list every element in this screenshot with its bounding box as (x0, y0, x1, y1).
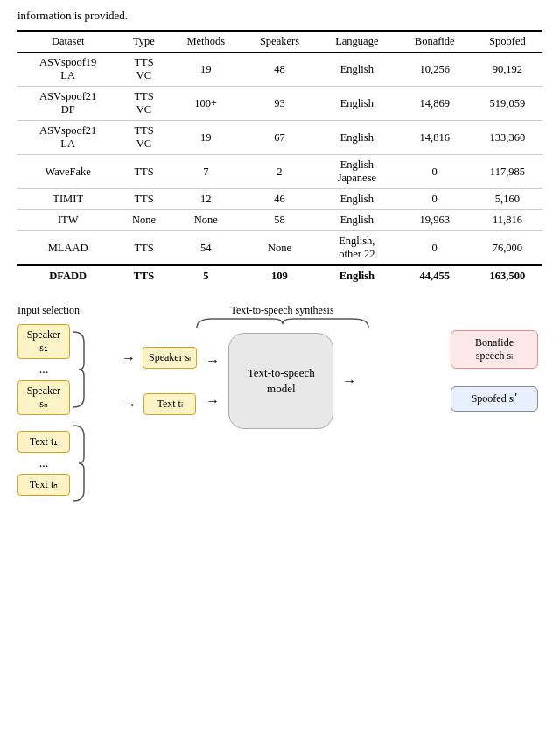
cell-spoofed: 76,000 (472, 231, 542, 266)
table-row: WaveFakeTTS72English Japanese0117,985 (18, 155, 542, 189)
table-footer-row: DFADDTTS5109English44,455163,500 (18, 265, 542, 286)
cell-dataset: ASVspoof21 DF (18, 87, 118, 121)
cell-dataset: ITW (18, 210, 118, 231)
col-header-dataset: Dataset (18, 31, 118, 53)
cell-language: English (317, 210, 396, 231)
cell-speakers: None (242, 231, 317, 266)
col-header-spoofed: Spoofed (472, 31, 542, 53)
text-tn-box: Text tₙ (18, 474, 70, 496)
cell-language: English (317, 53, 396, 87)
cell-spoofed: 11,816 (472, 210, 542, 231)
intro-text: information is provided. (18, 9, 542, 23)
col-header-bonafide: Bonafide (397, 31, 472, 53)
cell-language: English Japanese (317, 155, 396, 189)
cell-methods: 7 (170, 155, 242, 189)
input-selection-label: Input selection (18, 304, 118, 317)
cell-type: TTS VC (118, 53, 169, 87)
cell-language: English (317, 189, 396, 210)
cell-speakers: 46 (242, 189, 317, 210)
col-header-speakers: Speakers (242, 31, 317, 53)
bonafide-box: Bonafide speech sᵢ (451, 330, 538, 369)
cell-speakers: 48 (242, 53, 317, 87)
arrow-to-speaker-si: → (118, 350, 139, 366)
mid-section: Text-to-speech synthesis → Speaker sᵢ → … (118, 304, 446, 429)
tts-top-brace-icon (195, 317, 370, 329)
cell-bonafide: 14,816 (397, 121, 472, 155)
input-selection-section: Input selection Speaker s₁ ... Speaker s… (18, 304, 118, 503)
col-header-language: Language (317, 31, 396, 53)
cell-methods: 54 (170, 231, 242, 266)
footer-cell-speakers: 109 (242, 265, 317, 286)
footer-cell-language: English (317, 265, 396, 286)
speaker-ellipsis: ... (39, 363, 49, 377)
text-ellipsis: ... (39, 456, 49, 470)
cell-methods: 12 (170, 189, 242, 210)
footer-cell-methods: 5 (170, 265, 242, 286)
cell-language: English, other 22 (317, 231, 396, 266)
cell-methods: 19 (170, 53, 242, 87)
col-header-methods: Methods (170, 31, 242, 53)
cell-spoofed: 5,160 (472, 189, 542, 210)
cell-speakers: 93 (242, 87, 317, 121)
cell-bonafide: 0 (397, 231, 472, 266)
cell-bonafide: 0 (397, 189, 472, 210)
cell-methods: None (170, 210, 242, 231)
cell-speakers: 67 (242, 121, 317, 155)
cell-dataset: WaveFake (18, 155, 118, 189)
text-ti-box: Text tᵢ (144, 393, 196, 415)
arrow-speaker-to-model: → (202, 353, 223, 369)
cell-speakers: 58 (242, 210, 317, 231)
speaker-si-box: Speaker sᵢ (143, 347, 197, 369)
footer-cell-dataset: DFADD (18, 265, 118, 286)
col-header-type: Type (118, 31, 169, 53)
cell-dataset: ASVspoof21 LA (18, 121, 118, 155)
tts-model-box: Text-to-speech model (228, 333, 333, 429)
cell-spoofed: 519,059 (472, 87, 542, 121)
spoofed-box: Spoofed sᵢʹ (451, 386, 538, 412)
cell-dataset: TIMIT (18, 189, 118, 210)
diagram-area: Input selection Speaker s₁ ... Speaker s… (18, 304, 542, 503)
arrow-model-to-output: → (339, 373, 360, 389)
table-row: ASVspoof19 LATTS VC1948English10,25690,1… (18, 53, 542, 87)
cell-type: TTS (118, 155, 169, 189)
table-row: ASVspoof21 DFTTS VC100+93English14,86951… (18, 87, 542, 121)
speaker-brace-icon (72, 330, 86, 409)
arrow-text-to-model: → (202, 393, 223, 409)
speaker-s1-box: Speaker s₁ (18, 324, 70, 359)
speaker-sn-box: Speaker sₙ (18, 380, 70, 415)
table-row: ITWNoneNone58English19,96311,816 (18, 210, 542, 231)
cell-bonafide: 19,963 (397, 210, 472, 231)
footer-cell-spoofed: 163,500 (472, 265, 542, 286)
cell-language: English (317, 87, 396, 121)
cell-methods: 19 (170, 121, 242, 155)
cell-type: None (118, 210, 169, 231)
footer-cell-bonafide: 44,455 (397, 265, 472, 286)
cell-dataset: ASVspoof19 LA (18, 53, 118, 87)
text-t1-box: Text t₁ (18, 431, 70, 453)
arrow-to-text-ti: → (119, 397, 140, 412)
tts-synthesis-label: Text-to-speech synthesis (230, 304, 333, 317)
cell-spoofed: 133,360 (472, 121, 542, 155)
cell-type: TTS VC (118, 87, 169, 121)
cell-methods: 100+ (170, 87, 242, 121)
table-row: TIMITTTS1246English05,160 (18, 189, 542, 210)
text-brace-icon (72, 424, 86, 503)
dataset-table: Dataset Type Methods Speakers Language B… (18, 30, 542, 286)
cell-type: TTS (118, 189, 169, 210)
cell-bonafide: 0 (397, 155, 472, 189)
cell-type: TTS VC (118, 121, 169, 155)
cell-spoofed: 117,985 (472, 155, 542, 189)
cell-dataset: MLAAD (18, 231, 118, 266)
cell-spoofed: 90,192 (472, 53, 542, 87)
cell-bonafide: 10,256 (397, 53, 472, 87)
cell-bonafide: 14,869 (397, 87, 472, 121)
output-section: Bonafide speech sᵢ Spoofed sᵢʹ (446, 330, 542, 412)
cell-type: TTS (118, 231, 169, 266)
cell-language: English (317, 121, 396, 155)
cell-speakers: 2 (242, 155, 317, 189)
table-row: MLAADTTS54NoneEnglish, other 22076,000 (18, 231, 542, 266)
footer-cell-type: TTS (118, 265, 169, 286)
table-row: ASVspoof21 LATTS VC1967English14,816133,… (18, 121, 542, 155)
